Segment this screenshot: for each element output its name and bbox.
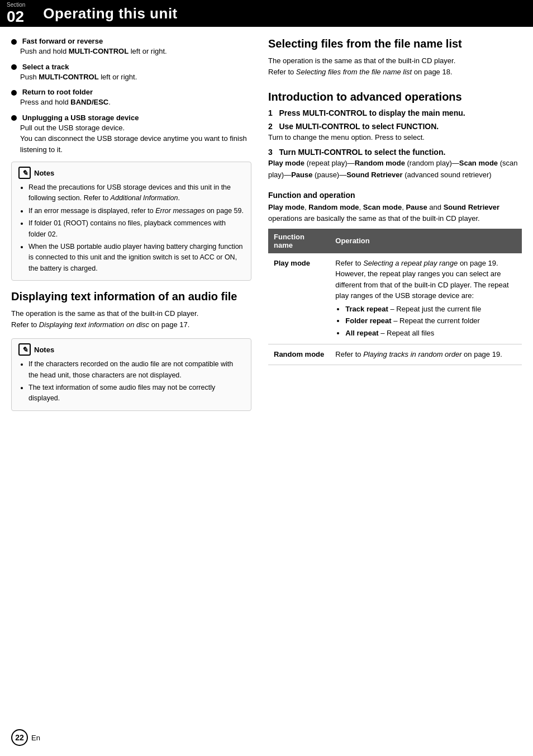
step-2-number: 2 Use MULTI-CONTROL to select FUNCTION. <box>268 122 522 131</box>
step-2: 2 Use MULTI-CONTROL to select FUNCTION. … <box>268 122 522 143</box>
left-column: Fast forward or reverse Push and hold MU… <box>11 37 251 420</box>
bullet-unplug-usb: Unplugging a USB storage device Pull out… <box>11 114 251 155</box>
section-title: Operating this unit <box>43 5 178 22</box>
note-item: Read the precautions for USB storage dev… <box>28 182 244 204</box>
notes-label-1: Notes <box>34 169 54 177</box>
page-lang: En <box>31 734 40 742</box>
bullet-select-track: Select a track Push MULTI-CONTROL left o… <box>11 63 251 83</box>
main-content: Fast forward or reverse Push and hold MU… <box>0 27 533 430</box>
displaying-text-section: Displaying text information of an audio … <box>11 290 251 330</box>
section-label: Section <box>7 2 25 8</box>
table-row-random-mode: Random mode Refer to Playing tracks in r… <box>268 344 522 365</box>
note-item: If the characters recorded on the audio … <box>28 359 244 381</box>
step-3-number: 3 Turn MULTI-CONTROL to select the funct… <box>268 148 522 157</box>
selecting-files-heading: Selecting files from the file name list <box>268 37 522 51</box>
note-item: If folder 01 (ROOT) contains no files, p… <box>28 218 244 240</box>
table-cell-random-mode-op: Refer to Playing tracks in random order … <box>330 344 522 365</box>
bullet-unplug-usb-body: Pull out the USB storage device. You can… <box>20 122 251 155</box>
selecting-files-section: Selecting files from the file name list … <box>268 37 522 78</box>
notes-icon-1: ✎ <box>18 167 31 179</box>
notes-header-2: ✎ Notes <box>18 343 244 356</box>
sub-item-track-repeat: Track repeat – Repeat just the current f… <box>345 304 516 315</box>
table-cell-play-mode-op: Refer to Selecting a repeat play range o… <box>330 253 522 344</box>
notes-list-1: Read the precautions for USB storage dev… <box>18 182 244 274</box>
sub-item-folder-repeat: Folder repeat – Repeat the current folde… <box>345 315 516 327</box>
page-header: Section 02 Operating this unit <box>0 0 533 27</box>
table-col-operation: Operation <box>330 229 522 253</box>
bullet-fast-forward-body: Push and hold MULTI-CONTROL left or righ… <box>20 46 251 57</box>
notes-header-1: ✎ Notes <box>18 167 244 179</box>
function-table: Function name Operation Play mode Refer … <box>268 229 522 365</box>
bullet-fast-forward: Fast forward or reverse Push and hold MU… <box>11 37 251 57</box>
bullet-select-track-title: Select a track <box>11 63 251 71</box>
right-column: Selecting files from the file name list … <box>268 37 522 420</box>
bullet-select-track-body: Push MULTI-CONTROL left or right. <box>20 72 251 83</box>
step-3: 3 Turn MULTI-CONTROL to select the funct… <box>268 148 522 180</box>
selecting-files-body: The operation is the same as that of the… <box>268 55 522 78</box>
section-number-wrap: Section 02 <box>7 2 30 25</box>
bullet-return-root-title: Return to root folder <box>11 88 251 96</box>
bullet-unplug-usb-title: Unplugging a USB storage device <box>11 114 251 122</box>
func-operation-intro: Play mode, Random mode, Scan mode, Pause… <box>268 202 522 224</box>
bullet-dot <box>11 90 17 96</box>
func-operation-heading: Function and operation <box>268 191 522 200</box>
table-row-play-mode: Play mode Refer to Selecting a repeat pl… <box>268 253 522 344</box>
step-3-body: Play mode (repeat play)—Random mode (ran… <box>268 158 522 180</box>
page-number: 22 <box>15 733 24 742</box>
play-mode-sublist: Track repeat – Repeat just the current f… <box>335 304 516 339</box>
displaying-text-body: The operation is the same as that of the… <box>11 308 251 330</box>
intro-advanced-heading: Introduction to advanced operations <box>268 90 522 104</box>
notes-box-1: ✎ Notes Read the precautions for USB sto… <box>11 162 251 281</box>
bullet-dot <box>11 115 17 121</box>
step-2-body: Turn to change the menu option. Press to… <box>268 132 522 143</box>
page-number-badge: 22 <box>11 729 28 746</box>
bullet-return-root-body: Press and hold BAND/ESC. <box>20 97 251 108</box>
note-item: When the USB portable audio player havin… <box>28 242 244 274</box>
table-cell-random-mode-name: Random mode <box>268 344 330 365</box>
note-item: The text information of some audio files… <box>28 382 244 404</box>
note-item: If an error message is displayed, refer … <box>28 206 244 216</box>
table-cell-play-mode-name: Play mode <box>268 253 330 344</box>
displaying-text-heading: Displaying text information of an audio … <box>11 290 251 304</box>
func-operation-section: Function and operation Play mode, Random… <box>268 191 522 365</box>
notes-icon-2: ✎ <box>18 343 31 356</box>
notes-list-2: If the characters recorded on the audio … <box>18 359 244 404</box>
bullet-dot <box>11 64 17 70</box>
notes-label-2: Notes <box>34 346 54 354</box>
bullet-return-root: Return to root folder Press and hold BAN… <box>11 88 251 108</box>
sub-item-all-repeat: All repeat – Repeat all files <box>345 328 516 339</box>
table-col-function: Function name <box>268 229 330 253</box>
bullet-fast-forward-title: Fast forward or reverse <box>11 37 251 45</box>
section-number: 02 <box>7 9 24 25</box>
notes-box-2: ✎ Notes If the characters recorded on th… <box>11 338 251 411</box>
bullet-dot <box>11 39 17 45</box>
step-1-number: 1 Press MULTI-CONTROL to display the mai… <box>268 108 522 117</box>
step-1: 1 Press MULTI-CONTROL to display the mai… <box>268 108 522 117</box>
page-wrapper: Section 02 Operating this unit Fast forw… <box>0 0 533 756</box>
page-footer: 22 En <box>11 729 40 746</box>
intro-advanced-section: Introduction to advanced operations 1 Pr… <box>268 90 522 180</box>
